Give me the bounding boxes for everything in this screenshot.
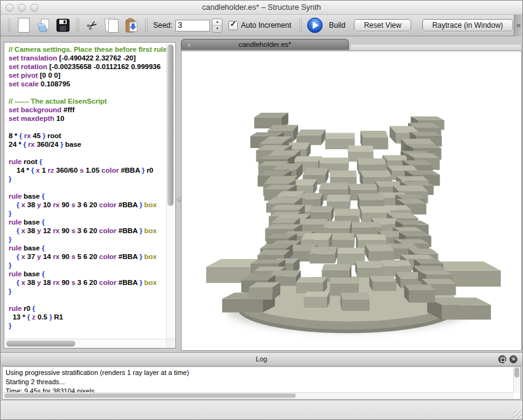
copy-pages-icon — [105, 18, 119, 33]
eisenscript-code[interactable]: // Camera settings. Place these before f… — [5, 43, 167, 339]
code-line: { x 38 y 12 rx 90 s 3 6 20 color #BBA } … — [9, 227, 167, 236]
cut-scissors-icon: ✂ — [83, 16, 100, 34]
build-label: Build — [329, 21, 346, 30]
code-line — [9, 184, 167, 192]
log-vertical-scrollbar[interactable] — [513, 367, 521, 393]
open-folder-icon — [35, 17, 51, 33]
log-header: Log ✕ — [1, 353, 522, 366]
reset-view-button[interactable]: Reset View — [354, 19, 411, 31]
log-horizontal-scrollbar[interactable] — [2, 392, 514, 399]
render-pane: × candleholder.es* — [181, 37, 522, 352]
build-button[interactable] — [305, 16, 325, 35]
pane-splitter[interactable] — [176, 37, 181, 352]
scrollbar-thumb[interactable] — [4, 393, 296, 398]
undock-icon — [501, 358, 505, 362]
code-line: rule base { — [9, 218, 167, 227]
toolbar-grip — [144, 18, 148, 33]
render-3d-view[interactable] — [182, 51, 521, 350]
raytrace-button[interactable]: Raytrace (in Window) — [422, 19, 513, 31]
code-line: } — [9, 210, 167, 218]
window-title: candleholder.es* – Structure Synth — [1, 1, 522, 14]
code-line: { x 37 y 14 rx 90 s 5 6 20 color #BBA } … — [9, 253, 167, 261]
log-line: Starting 2 threads... — [2, 377, 521, 387]
save-file-button[interactable] — [53, 16, 73, 35]
build-play-icon — [307, 17, 323, 33]
code-line: 14 * { x 1 rz 360/60 s 1.05 color #BBA }… — [9, 167, 167, 175]
paste-button[interactable] — [122, 16, 141, 35]
open-file-button[interactable] — [33, 16, 53, 35]
stepper-down-icon[interactable]: ▼ — [212, 26, 222, 32]
stepper-up-icon[interactable]: ▲ — [212, 19, 222, 26]
code-line: set background #fff — [9, 106, 167, 115]
checkmark-icon: ✓ — [230, 19, 236, 28]
save-floppy-icon — [56, 18, 70, 33]
tab-title: candleholder.es* — [182, 39, 348, 50]
editor-vertical-scrollbar[interactable] — [166, 43, 175, 339]
code-line: } — [9, 322, 167, 331]
code-line: rule base { — [9, 270, 167, 279]
cut-button[interactable]: ✂ — [82, 16, 102, 35]
script-editor-pane[interactable]: // Camera settings. Place these before f… — [4, 42, 176, 348]
scrollbar-thumb[interactable] — [167, 44, 174, 206]
auto-increment-label: Auto Increment — [241, 21, 291, 30]
new-file-button[interactable] — [14, 16, 33, 35]
code-line — [9, 296, 167, 305]
code-line: } — [9, 175, 167, 184]
code-line: set maxdepth 10 — [9, 115, 167, 123]
new-document-icon — [18, 18, 30, 33]
app-window: candleholder.es* – Structure Synth ✂ — [0, 0, 523, 420]
code-line — [9, 89, 167, 97]
log-undock-button[interactable] — [498, 355, 506, 363]
code-line: set translation [-0.490422 2.32762 -20] — [9, 54, 167, 63]
code-line: // ------ The actual EisenScript — [9, 97, 167, 106]
toolbar-overflow-chevron-icon[interactable]: » — [514, 15, 522, 36]
code-line: 24 * { rx 360/24 } base — [9, 141, 167, 149]
code-line: set rotation [-0.00235658 -0.0112162 0.9… — [9, 63, 167, 72]
seed-input[interactable] — [175, 20, 210, 31]
tab-candleholder[interactable]: × candleholder.es* — [181, 39, 349, 50]
toolbar-grip — [76, 18, 79, 33]
code-line: set pivot [0 0 0] — [9, 72, 167, 80]
log-content[interactable]: Using progressive stratification (render… — [2, 366, 521, 400]
editor-horizontal-scrollbar[interactable] — [5, 339, 167, 347]
main-area: // Camera settings. Place these before f… — [1, 37, 522, 352]
code-line — [9, 123, 167, 132]
log-panel: Log ✕ Using progressive stratification (… — [1, 352, 522, 400]
code-line — [9, 331, 167, 339]
title-bar: candleholder.es* – Structure Synth — [1, 1, 522, 15]
scrollbar-thumb[interactable] — [514, 368, 519, 377]
code-line — [9, 149, 167, 158]
seed-label: Seed: — [153, 21, 172, 30]
status-bar — [1, 400, 522, 419]
copy-button[interactable] — [102, 16, 122, 35]
toolbar-grip — [7, 18, 10, 33]
auto-increment-checkbox[interactable]: ✓ — [228, 21, 238, 30]
code-line: { x 38 y 10 rx 90 s 3 6 20 color #BBA } … — [9, 201, 167, 210]
resize-grip-icon[interactable] — [514, 411, 522, 419]
paste-clipboard-icon — [124, 18, 139, 33]
opengl-viewport[interactable] — [181, 51, 522, 351]
code-line: } — [9, 261, 167, 270]
code-line: rule root { — [9, 158, 167, 167]
code-line: rule base { — [9, 192, 167, 201]
code-line: // Camera settings. Place these before f… — [9, 46, 167, 54]
code-line: 13 * { z 0.5 } R1 — [9, 313, 167, 322]
code-line: } — [9, 287, 167, 296]
tab-bar: × candleholder.es* — [181, 39, 522, 51]
code-line: rule r0 { — [9, 305, 167, 313]
scrollbar-corner — [166, 339, 175, 347]
code-line: } — [9, 236, 167, 244]
code-line: rule base { — [9, 244, 167, 253]
code-line: { x 38 y 18 rx 90 s 3 6 20 color #BBA } … — [9, 279, 167, 287]
log-line: Using progressive stratification (render… — [2, 368, 521, 377]
scrollbar-thumb[interactable] — [6, 340, 75, 347]
toolbar-grip — [299, 18, 302, 33]
code-line: 8 * { rx 45 } root — [9, 132, 167, 141]
log-close-button[interactable]: ✕ — [509, 355, 517, 363]
code-line: set scale 0.108795 — [9, 80, 167, 89]
log-title: Log — [1, 353, 522, 365]
tab-bar-strip — [350, 44, 522, 51]
seed-stepper[interactable]: ▲ ▼ — [212, 19, 222, 33]
toolbar: ✂ Seed: ▲ ▼ ✓ Auto Increment — [1, 15, 522, 36]
